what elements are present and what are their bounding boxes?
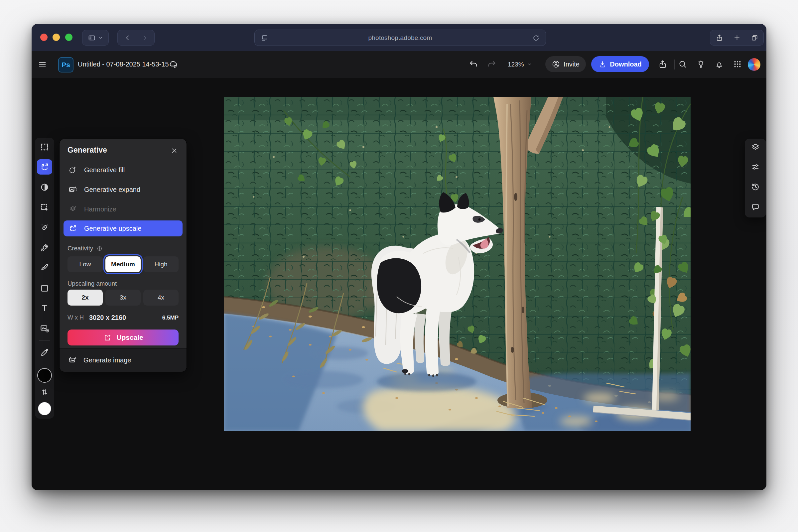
undo-button[interactable]: [469, 59, 478, 69]
swap-colors-button[interactable]: [40, 388, 49, 396]
panel-title: Generative: [68, 146, 107, 155]
tool-shape[interactable]: [40, 283, 50, 293]
history-button[interactable]: [751, 182, 760, 193]
redo-icon: [487, 59, 497, 69]
upscale-sparkle-icon: [103, 333, 112, 342]
tool-heal[interactable]: [40, 223, 50, 232]
generate-image-icon: [68, 356, 77, 365]
apps-grid-icon: [733, 59, 742, 69]
chevron-down-icon: [527, 61, 532, 67]
panel-item-generative-expand[interactable]: Generative expand: [63, 181, 183, 198]
share-button[interactable]: [710, 34, 728, 41]
minimize-window-button[interactable]: [53, 34, 60, 41]
invite-label: Invite: [564, 60, 580, 68]
clo​ud-sync-button[interactable]: [169, 59, 178, 69]
canvas-image[interactable]: [224, 97, 690, 431]
background-color-well[interactable]: [38, 402, 51, 415]
history-icon: [751, 182, 760, 191]
divider: [674, 59, 674, 70]
tool-remove[interactable]: [40, 243, 50, 253]
address-bar[interactable]: photoshop.adobe.com: [254, 30, 546, 46]
side-panel: [745, 139, 766, 217]
app-header: Ps Untitled - 07-08-2025 14-53-15 123% I…: [32, 51, 766, 78]
creativity-medium-button[interactable]: Medium: [106, 256, 141, 272]
search-button[interactable]: [678, 59, 687, 69]
tabs-icon: [751, 34, 758, 41]
wxh-value: 3020 x 2160: [89, 314, 126, 322]
redo-button[interactable]: [487, 59, 497, 69]
creativity-high-button[interactable]: High: [143, 256, 178, 272]
discover-button[interactable]: [696, 59, 706, 69]
generative-icon: [40, 162, 50, 172]
zoom-level: 123%: [508, 61, 524, 68]
fullscreen-window-button[interactable]: [65, 34, 73, 41]
url-text: photoshop.adobe.com: [274, 34, 526, 41]
text-icon: [40, 303, 50, 312]
generate-image-row[interactable]: Generate image: [59, 348, 187, 372]
lightbulb-icon: [696, 59, 706, 69]
browser-window: photoshop.adobe.com Ps Untitled - 07-08-…: [32, 24, 766, 490]
creativity-low-button[interactable]: Low: [68, 256, 103, 272]
apps-button[interactable]: [733, 59, 742, 69]
generative-expand-icon: [68, 185, 77, 194]
generative-upscale-icon: [68, 224, 77, 233]
tool-add-image[interactable]: [40, 323, 50, 333]
reload-button[interactable]: [526, 34, 546, 41]
menu-button[interactable]: [37, 59, 48, 70]
close-icon: [170, 147, 178, 155]
select-icon: [40, 142, 50, 152]
sidebar-toggle-button[interactable]: [82, 30, 109, 45]
tool-object-select[interactable]: [40, 203, 50, 212]
export-icon: [658, 59, 667, 69]
tool-brush[interactable]: [40, 263, 50, 273]
zoom-control[interactable]: 123%: [508, 51, 532, 78]
forward-button[interactable]: [136, 34, 153, 41]
avatar[interactable]: [748, 58, 760, 71]
undo-icon: [469, 59, 478, 69]
panel-item-generative-fill[interactable]: Generative fill: [63, 162, 183, 178]
info-icon[interactable]: [96, 245, 103, 252]
page-settings-button[interactable]: [255, 34, 274, 41]
comments-button[interactable]: [751, 202, 760, 213]
layers-button[interactable]: [751, 142, 760, 153]
tool-eyedropper[interactable]: [40, 347, 50, 357]
comments-icon: [751, 202, 760, 211]
generate-image-label: Generate image: [83, 357, 131, 364]
reload-icon: [532, 34, 539, 41]
harmonize-icon: [68, 205, 77, 214]
workspace: Generative Generative fill Generative ex…: [32, 78, 766, 490]
tool-adjust[interactable]: [40, 182, 50, 192]
close-window-button[interactable]: [40, 34, 48, 41]
swap-colors-icon: [40, 388, 49, 396]
invite-button[interactable]: Invite: [545, 56, 586, 72]
download-button[interactable]: Download: [591, 56, 649, 72]
tab-overview-button[interactable]: [746, 34, 763, 41]
upscale-4x-button[interactable]: 4x: [143, 290, 178, 306]
back-button[interactable]: [119, 34, 136, 41]
export-button[interactable]: [658, 59, 667, 69]
panel-item-generative-upscale[interactable]: Generative upscale: [63, 221, 183, 236]
panel-item-label: Harmonize: [84, 206, 116, 213]
invite-icon: [552, 60, 560, 69]
upscale-button[interactable]: Upscale: [68, 329, 178, 345]
browser-chrome: photoshop.adobe.com: [32, 24, 766, 51]
adjustments-button[interactable]: [751, 162, 760, 173]
tool-text[interactable]: [40, 303, 50, 312]
tool-select[interactable]: [40, 142, 50, 152]
shape-icon: [40, 283, 50, 293]
panel-item-label: Generative fill: [84, 166, 125, 174]
download-icon: [598, 60, 607, 68]
new-tab-button[interactable]: [728, 34, 746, 41]
panel-item-harmonize[interactable]: Harmonize: [63, 201, 183, 217]
nav-buttons: [117, 30, 155, 45]
sidebar-icon: [88, 34, 96, 42]
foreground-color-well[interactable]: [37, 368, 52, 383]
menu-icon: [38, 60, 47, 69]
tool-generative[interactable]: [37, 159, 52, 174]
panel-close-button[interactable]: [169, 145, 180, 156]
tool-strip: [35, 138, 54, 419]
notifications-button[interactable]: [715, 59, 724, 69]
upscale-2x-button[interactable]: 2x: [68, 290, 103, 306]
ps-logo: Ps: [58, 57, 74, 73]
upscale-3x-button[interactable]: 3x: [106, 290, 141, 306]
